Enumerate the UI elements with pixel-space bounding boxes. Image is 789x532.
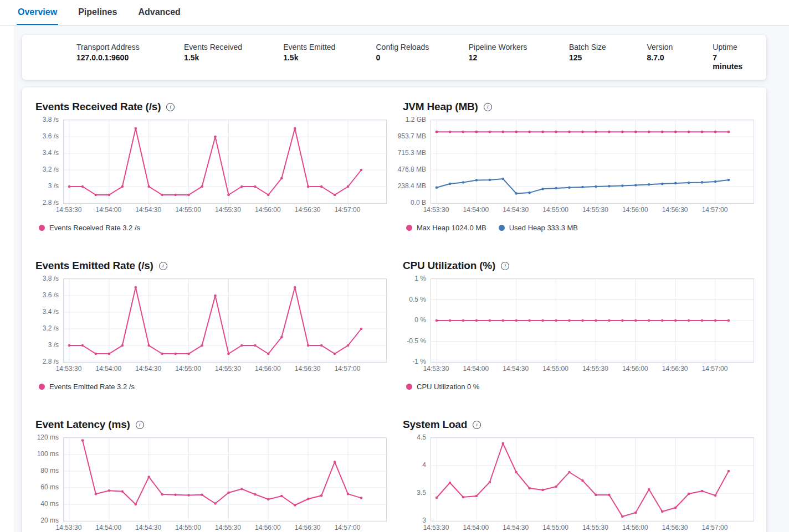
x-tick-label: 14:55:00 — [175, 206, 201, 214]
chart-events-received-rate: Events Received Rate (/s) i 3.8 /s3.6 /s… — [35, 101, 386, 232]
stat-value: 0 — [376, 53, 464, 62]
y-axis: 1 %0.5 %0 %-0.5 %-1 % — [403, 278, 431, 363]
data-point — [501, 178, 504, 180]
data-point — [334, 461, 336, 463]
x-tick-label: 14:54:00 — [463, 365, 489, 373]
x-tick-label: 14:56:30 — [295, 206, 321, 214]
info-icon[interactable]: i — [136, 421, 144, 429]
node-summary-bar: Transport Address 127.0.0.1:9600 Events … — [22, 35, 766, 80]
tab-advanced[interactable]: Advanced — [137, 7, 181, 25]
chart-title: JVM Heap (MB) — [403, 101, 478, 113]
x-tick-label: 14:57:00 — [702, 524, 728, 531]
data-point — [568, 187, 571, 189]
legend-item[interactable]: Used Heap 333.3 MB — [499, 224, 578, 232]
x-tick-label: 14:53:30 — [56, 524, 82, 531]
x-tick-label: 14:57:00 — [335, 206, 361, 214]
data-point — [201, 185, 203, 188]
data-point — [528, 319, 531, 322]
data-point — [634, 512, 637, 514]
data-point — [334, 194, 336, 197]
x-tick-label: 14:57:00 — [702, 206, 728, 214]
x-tick-label: 14:56:00 — [622, 365, 648, 373]
tab-pipelines[interactable]: Pipelines — [77, 7, 118, 25]
data-point — [320, 344, 323, 347]
info-icon[interactable]: i — [159, 262, 167, 270]
data-point — [462, 131, 465, 133]
info-icon[interactable]: i — [473, 421, 481, 429]
data-point — [608, 319, 611, 322]
data-point — [661, 183, 664, 185]
data-point — [489, 481, 491, 484]
chart-legend: Events Emitted Rate 3.2 /s — [39, 383, 386, 391]
tab-overview[interactable]: Overview — [17, 7, 58, 25]
data-point — [489, 319, 491, 322]
data-point — [81, 185, 84, 188]
data-point — [648, 183, 650, 186]
data-point — [449, 482, 452, 484]
data-point — [108, 353, 111, 355]
data-point — [608, 494, 611, 497]
data-point — [621, 131, 624, 133]
data-point — [68, 344, 71, 347]
legend-item[interactable]: CPU Utilization 0 % — [406, 383, 479, 391]
legend-label: CPU Utilization 0 % — [417, 383, 479, 391]
x-tick-label: 14:56:30 — [295, 365, 321, 373]
x-tick-label: 14:56:30 — [295, 524, 321, 531]
data-point — [727, 131, 730, 133]
legend-item[interactable]: Events Received Rate 3.2 /s — [39, 224, 140, 232]
data-point — [595, 319, 597, 322]
info-icon[interactable]: i — [484, 103, 492, 111]
data-point — [568, 319, 571, 322]
chart-system-load: System Load i 4.543.53 14:53:3014:54:001… — [403, 419, 753, 532]
data-point — [240, 488, 243, 490]
x-tick-label: 14:56:00 — [255, 365, 281, 373]
x-tick-label: 14:55:00 — [175, 365, 201, 373]
y-tick-label: 3.2 /s — [43, 324, 59, 332]
data-point — [501, 319, 504, 322]
data-point — [254, 185, 257, 188]
data-point — [701, 181, 704, 184]
data-point — [267, 194, 270, 197]
legend-label: Events Received Rate 3.2 /s — [49, 224, 140, 232]
chart-svg — [431, 120, 754, 203]
stat-uptime: Uptime 7 minutes — [713, 43, 753, 71]
data-point — [674, 131, 677, 133]
data-point — [648, 488, 650, 491]
legend-item[interactable]: Max Heap 1024.0 MB — [406, 224, 486, 232]
data-point — [267, 353, 270, 355]
info-icon[interactable]: i — [501, 262, 509, 270]
data-point — [68, 185, 71, 188]
x-tick-label: 14:54:00 — [463, 206, 489, 214]
stat-config-reloads: Config Reloads 0 — [376, 43, 468, 62]
data-point — [187, 353, 190, 355]
data-point — [475, 179, 478, 182]
data-point — [528, 131, 531, 133]
x-tick-label: 14:55:00 — [542, 206, 568, 214]
data-point — [280, 495, 283, 498]
data-point — [449, 131, 452, 133]
info-icon[interactable]: i — [166, 103, 175, 111]
data-point — [701, 319, 704, 322]
data-point — [595, 185, 597, 188]
data-point — [134, 286, 137, 289]
x-tick-label: 14:55:30 — [582, 365, 608, 373]
data-point — [320, 185, 323, 188]
data-point — [674, 319, 677, 322]
legend-item[interactable]: Events Emitted Rate 3.2 /s — [39, 383, 135, 391]
stat-value: 7 minutes — [713, 53, 749, 71]
chart-title: Events Received Rate (/s) — [35, 101, 161, 113]
data-point — [108, 194, 111, 197]
y-tick-label: 3 — [422, 516, 426, 524]
x-tick-label: 14:54:30 — [503, 206, 529, 214]
chart-svg — [431, 438, 754, 521]
data-point — [688, 493, 690, 495]
data-point — [294, 504, 296, 507]
data-point — [674, 507, 677, 509]
y-tick-label: -1 % — [412, 358, 426, 365]
data-point — [541, 131, 544, 133]
x-tick-label: 14:54:30 — [135, 365, 161, 373]
y-tick-label: 2.8 /s — [43, 358, 59, 365]
data-point — [449, 183, 452, 185]
x-tick-label: 14:57:00 — [702, 365, 728, 373]
chart-event-latency: Event Latency (ms) i 120 ms100 ms80 ms60… — [35, 419, 386, 532]
